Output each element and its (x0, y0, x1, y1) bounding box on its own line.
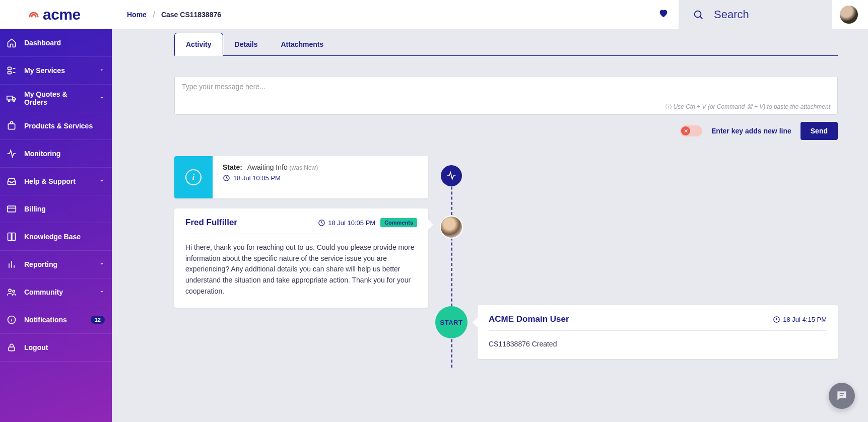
timeline-node-avatar (440, 216, 463, 239)
card-icon (6, 203, 17, 215)
sidebar-item-label: Knowledge Base (24, 233, 81, 241)
created-body: CS11838876 Created (489, 340, 827, 348)
svg-point-7 (8, 100, 10, 101)
brand-name: acme (43, 6, 81, 23)
chevron-down-icon (99, 94, 105, 102)
timeline-node-start: START (435, 306, 468, 338)
topbar-right (657, 0, 868, 29)
svg-point-15 (9, 289, 11, 292)
svg-rect-10 (8, 206, 16, 212)
topbar: acme Home / Case CS11838876 (0, 0, 868, 29)
activity-icon (446, 171, 456, 181)
home-icon (6, 37, 17, 48)
user-avatar[interactable] (840, 6, 858, 24)
svg-rect-2 (8, 67, 12, 69)
sidebar-item-label: Help & Support (24, 177, 76, 185)
svg-rect-9 (8, 124, 15, 129)
sidebar-item-help[interactable]: Help & Support (0, 168, 112, 195)
state-timestamp: 18 Jul 10:05 PM (223, 174, 318, 182)
sidebar-item-products[interactable]: Products & Services (0, 112, 112, 140)
search-box[interactable] (679, 0, 832, 29)
sidebar-item-label: Monitoring (24, 150, 60, 158)
search-input[interactable] (714, 8, 815, 21)
search-icon (693, 9, 704, 20)
timeline: START i State: Awaiting Info (was New) 1… (174, 156, 838, 368)
main-content: ActivityDetailsAttachments Use Ctrl + V … (112, 29, 868, 422)
svg-rect-20 (9, 347, 15, 351)
people-icon (6, 287, 17, 298)
sidebar-item-services[interactable]: My Services (0, 57, 112, 85)
state-was-value: (was New) (290, 164, 318, 171)
sidebar: DashboardMy ServicesMy Quotes & OrdersPr… (0, 29, 112, 422)
sidebar-item-label: Billing (24, 205, 46, 213)
clock-icon (773, 316, 780, 323)
comment-card: Fred Fulfiller 18 Jul 10:05 PM Comments … (174, 208, 428, 308)
sidebar-item-kb[interactable]: Knowledge Base (0, 223, 112, 251)
svg-rect-3 (8, 72, 12, 74)
sidebar-item-reporting[interactable]: Reporting (0, 251, 112, 278)
breadcrumb-separator: / (153, 10, 155, 20)
book-icon (6, 231, 17, 242)
notification-badge: 12 (91, 316, 105, 324)
svg-point-0 (695, 11, 701, 18)
sidebar-item-community[interactable]: Community (0, 278, 112, 306)
sidebar-item-quotes[interactable]: My Quotes & Orders (0, 85, 112, 112)
chat-fab[interactable] (829, 383, 855, 409)
sidebar-item-label: Community (24, 288, 63, 296)
info-icon (6, 314, 17, 325)
chevron-down-icon (99, 260, 105, 268)
enter-newline-label: Enter key adds new line (711, 127, 791, 135)
activity-icon (6, 148, 17, 159)
chevron-down-icon (99, 66, 105, 75)
state-new-value: Awaiting Info (247, 163, 288, 171)
favorite-icon[interactable] (657, 8, 670, 22)
comment-tag: Comments (380, 218, 417, 227)
state-card-body: State: Awaiting Info (was New) 18 Jul 10… (213, 156, 328, 198)
brand-logo[interactable]: acme (0, 6, 112, 23)
brand-icon (28, 9, 40, 21)
message-input[interactable] (182, 83, 830, 99)
send-button[interactable]: Send (800, 122, 838, 140)
sidebar-item-label: My Quotes & Orders (24, 90, 92, 106)
sidebar-item-label: Dashboard (24, 39, 61, 47)
sidebar-item-billing[interactable]: Billing (0, 195, 112, 223)
services-icon (6, 65, 17, 76)
info-icon: i (185, 169, 202, 185)
timeline-node-activity (441, 165, 462, 186)
enter-newline-toggle[interactable]: ✕ (680, 125, 702, 136)
close-icon: ✕ (681, 126, 690, 135)
tab-activity[interactable]: Activity (174, 33, 223, 56)
comment-body: Hi there, thank you for reaching out to … (185, 242, 417, 297)
svg-line-1 (700, 17, 703, 19)
sidebar-item-dashboard[interactable]: Dashboard (0, 29, 112, 57)
clock-icon (223, 174, 230, 182)
svg-point-16 (13, 290, 15, 292)
state-change-card: i State: Awaiting Info (was New) 18 Jul … (174, 156, 428, 198)
start-label: START (440, 319, 463, 326)
inbox-icon (6, 176, 17, 187)
breadcrumb: Home / Case CS11838876 (112, 10, 221, 20)
sidebar-item-notifications[interactable]: Notifications12 (0, 306, 112, 334)
chevron-down-icon (99, 288, 105, 296)
svg-point-8 (13, 100, 15, 101)
sidebar-item-label: Notifications (24, 316, 67, 324)
created-card: ACME Domain User 18 Jul 4:15 PM CS118388… (478, 305, 838, 359)
tab-details[interactable]: Details (223, 33, 270, 56)
chevron-down-icon (99, 177, 105, 185)
sidebar-item-label: My Services (24, 66, 65, 75)
tab-attachments[interactable]: Attachments (270, 33, 336, 56)
sidebar-item-label: Products & Services (24, 122, 93, 130)
comment-author: Fred Fulfiller (185, 218, 313, 228)
state-icon-block: i (174, 156, 213, 198)
sidebar-item-label: Reporting (24, 260, 57, 268)
tabs: ActivityDetailsAttachments (174, 32, 838, 56)
compose-actions: ✕ Enter key adds new line Send (174, 122, 838, 140)
svg-rect-6 (7, 96, 13, 100)
sidebar-item-label: Logout (24, 343, 48, 351)
sidebar-item-monitoring[interactable]: Monitoring (0, 140, 112, 168)
breadcrumb-home[interactable]: Home (127, 11, 147, 19)
sidebar-item-logout[interactable]: Logout (0, 334, 112, 362)
compose-hint: Use Ctrl + V (or Command ⌘ + V) to paste… (182, 103, 830, 111)
comment-timestamp: 18 Jul 10:05 PM (318, 219, 375, 227)
compose-box: Use Ctrl + V (or Command ⌘ + V) to paste… (174, 76, 838, 115)
